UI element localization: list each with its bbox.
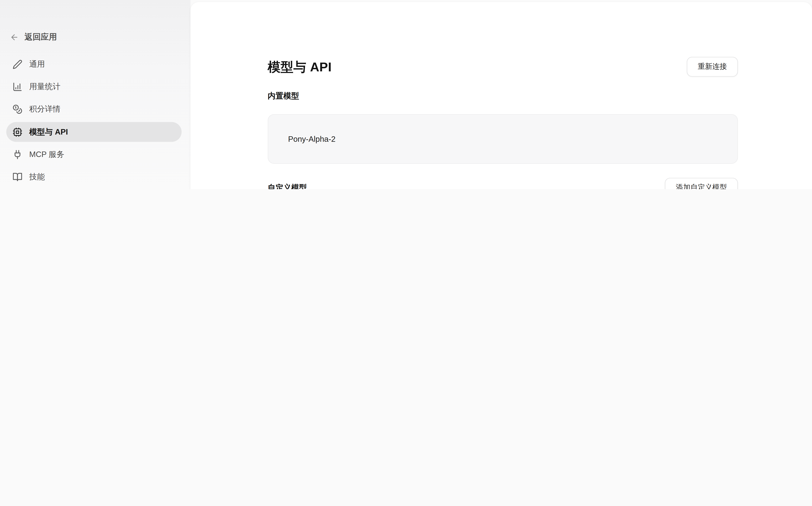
add-custom-model-button[interactable]: 添加自定义模型 (665, 178, 738, 189)
book-open-icon (12, 172, 22, 182)
plug-icon (12, 150, 22, 160)
builtin-models-section-title: 内置模型 (268, 91, 299, 101)
sidebar-item-skills[interactable]: 技能 (6, 167, 182, 187)
sidebar-item-credits[interactable]: 积分详情 (6, 99, 182, 119)
sidebar-item-usage-stats[interactable]: 用量统计 (6, 77, 182, 97)
custom-models-section-title: 自定义模型 (268, 183, 307, 189)
settings-window: 返回应用 通用 用量统计 积分详情 (0, 0, 812, 189)
sidebar-item-models-api[interactable]: 模型与 API (6, 122, 182, 142)
sidebar-item-label: 通用 (29, 59, 45, 69)
sidebar-item-general[interactable]: 通用 (6, 54, 182, 74)
bar-chart-icon (12, 82, 22, 92)
builtin-model-card: Pony-Alpha-2 (268, 114, 738, 164)
sidebar-item-label: 用量统计 (29, 82, 61, 92)
sidebar-item-mcp-services[interactable]: MCP 服务 (6, 145, 182, 165)
cpu-icon (12, 127, 22, 137)
coins-icon (12, 104, 22, 114)
sidebar-nav: 通用 用量统计 积分详情 模型与 API (6, 54, 182, 189)
builtin-model-name: Pony-Alpha-2 (288, 135, 336, 143)
arrow-left-icon (10, 32, 19, 41)
sidebar-item-label: 技能 (29, 172, 45, 182)
sidebar: 返回应用 通用 用量统计 积分详情 (0, 0, 191, 189)
pencil-icon (12, 59, 22, 69)
back-to-app-button[interactable]: 返回应用 (10, 30, 57, 44)
sidebar-item-label: MCP 服务 (29, 150, 64, 160)
main-panel: 模型与 API 重新连接 内置模型 Pony-Alpha-2 自定义模型 添加自… (191, 2, 812, 189)
sidebar-item-label: 积分详情 (29, 104, 61, 114)
page-title: 模型与 API (268, 58, 332, 75)
reconnect-button[interactable]: 重新连接 (687, 57, 738, 77)
back-to-app-label: 返回应用 (24, 31, 57, 43)
sidebar-item-label: 模型与 API (29, 127, 68, 137)
